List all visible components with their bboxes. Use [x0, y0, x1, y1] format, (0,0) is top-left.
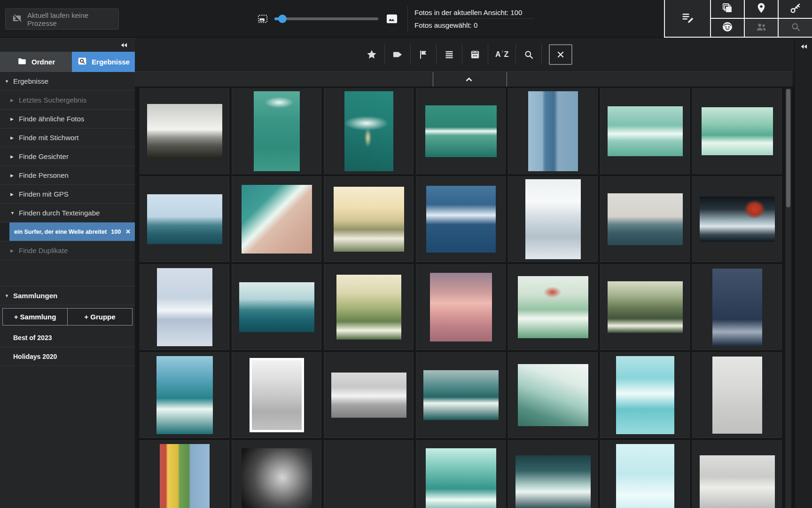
toolbar-divider	[462, 44, 462, 65]
chevron-right-icon[interactable]: ▶	[10, 173, 19, 178]
tab-ergebnisse[interactable]: Ergebnisse	[72, 52, 135, 72]
thumbnail-size-slider-handle[interactable]	[278, 15, 287, 23]
small-thumbnails-icon	[257, 13, 269, 27]
grid-scrollbar-thumb[interactable]	[786, 89, 790, 207]
collection-item[interactable]: Best of 2023	[0, 328, 135, 347]
no-process-icon	[12, 13, 22, 25]
tree-item-finden-durch-texteingabe[interactable]: ▼Finden durch Texteingabe	[0, 204, 135, 222]
chevron-right-icon[interactable]: ▶	[10, 248, 19, 253]
tab-ordner-label: Ordner	[31, 58, 55, 66]
photo-thumbnail-white-foam-aerial[interactable]	[525, 179, 581, 259]
photo-thumbnail-pale-sky-dark-wave[interactable]	[147, 194, 222, 244]
expand-right-panel-icon[interactable]	[799, 42, 808, 53]
close-icon[interactable]: ✕	[125, 228, 131, 235]
grid-cell	[508, 352, 598, 438]
photo-thumbnail-pale-bw-sea-surfer[interactable]	[712, 357, 762, 434]
chevron-right-icon[interactable]: ▶	[10, 135, 19, 140]
photo-thumbnail-bw-foam-surfer[interactable]	[331, 373, 406, 418]
photo-thumbnail-pale-sky-small-surfer[interactable]	[608, 193, 683, 245]
photo-thumbnail-bw-small-waves[interactable]	[700, 455, 775, 508]
photo-thumbnail-surfer-jump-red-board[interactable]	[518, 276, 588, 338]
photo-thumbnail-teal-barrel-wave[interactable]	[426, 448, 496, 508]
photo-thumbnail-bright-aqua-aerial[interactable]	[616, 356, 674, 434]
photo-thumbnail-green-brown-curling-wave[interactable]	[608, 281, 683, 333]
grid-cell	[508, 264, 598, 350]
query-body[interactable]: ein Surfer, der eine Welle abreitet100✕	[9, 222, 135, 241]
flag-filter-button[interactable]	[418, 49, 429, 60]
close-filter-button[interactable]	[549, 44, 572, 65]
duplicates-button[interactable]	[711, 0, 744, 18]
tree-item-finde-duplikate[interactable]: ▶Finde Duplikate	[0, 241, 135, 260]
photo-thumbnail-golden-green-aerial-surfer[interactable]	[336, 275, 401, 340]
photo-thumbnail-deep-blue-waves[interactable]	[426, 186, 496, 253]
photo-thumbnail-dark-bw-barrel[interactable]	[242, 448, 312, 508]
tree-item-label: Finde Duplikate	[19, 246, 68, 254]
photo-thumbnail-pink-sunset-sea[interactable]	[430, 273, 492, 341]
chevron-right-icon[interactable]: ▶	[10, 98, 19, 103]
photo-thumbnail-surfer-wave-crest[interactable]	[702, 107, 773, 155]
grid-cell	[324, 352, 414, 438]
photo-thumbnail-pale-aqua-aerial[interactable]	[616, 444, 674, 508]
tab-ordner[interactable]: Ordner	[0, 52, 72, 72]
search-query-item[interactable]: ein Surfer, der eine Welle abreitet100✕	[0, 222, 135, 241]
keywords-button[interactable]	[779, 0, 812, 18]
search-photos-button	[779, 19, 812, 37]
tree-item-finde-gesichter[interactable]: ▶Finde Gesichter	[0, 147, 135, 166]
photo-thumbnail-aerial-beach-diagonal[interactable]	[242, 185, 312, 254]
faces-button[interactable]	[711, 19, 744, 37]
tree-item-finde-mit-stichwort[interactable]: ▶Finde mit Stichwort	[0, 128, 135, 147]
search-filter-button[interactable]	[523, 49, 534, 60]
sidebar-collapse-row	[0, 38, 135, 52]
photo-thumbnail-pale-blue-surfer[interactable]	[157, 268, 212, 346]
photo-thumbnail-teal-aerial-swimmer[interactable]	[254, 91, 300, 171]
tree-item-label: Finde ähnliche Fotos	[19, 115, 84, 123]
photo-thumbnail-surfer-small-teal-wave[interactable]	[608, 106, 683, 156]
sort-az-button[interactable]: A↑Z	[495, 49, 508, 60]
photo-thumbnail-teal-wave-line[interactable]	[425, 105, 497, 157]
grid-cell	[232, 264, 321, 350]
photo-thumbnail-teal-wave-silhouette[interactable]	[239, 282, 314, 332]
calendar-filter-button[interactable]	[469, 49, 481, 60]
photo-thumbnail-teal-aerial-surfboard[interactable]	[344, 91, 393, 171]
photo-thumbnail-aerial-sand-teal[interactable]	[334, 448, 404, 508]
grid-cell	[692, 176, 782, 262]
photo-thumbnail-dark-teal-rolling-wave[interactable]	[423, 370, 499, 420]
grid-scrollbar[interactable]	[785, 88, 791, 508]
chevron-right-icon[interactable]: ▶	[10, 192, 19, 197]
add-group-button[interactable]: + Gruppe	[67, 309, 132, 325]
right-panel-collapsed	[794, 38, 812, 508]
tag-filter-button[interactable]	[392, 49, 403, 60]
tree-item-finden-mit-gps[interactable]: ▶Finden mit GPS	[0, 185, 135, 204]
tree-item-finde-personen[interactable]: ▶Finde Personen	[0, 166, 135, 185]
tree-item-letztes-suchergebnis[interactable]: ▶Letztes Suchergebnis	[0, 91, 135, 110]
status-badge: Aktuell laufen keine Prozesse	[5, 8, 119, 30]
collection-item[interactable]: Holidays 2020	[0, 347, 135, 366]
chevron-right-icon[interactable]: ▶	[10, 154, 19, 159]
photo-thumbnail-rainbow-surfboard-man[interactable]	[160, 444, 210, 508]
map-button[interactable]	[745, 0, 778, 18]
thumbnail-size-slider[interactable]	[274, 17, 378, 20]
chevron-down-icon[interactable]: ▼	[5, 79, 13, 84]
photo-thumbnail-bw-beach-surfer-framed[interactable]	[250, 358, 304, 432]
star-filter-button[interactable]	[366, 49, 377, 60]
grid-cell	[324, 440, 414, 508]
photo-thumbnail-cutback-white-spray[interactable]	[518, 364, 588, 426]
photo-thumbnail-stormy-wave-red-sail[interactable]	[700, 197, 775, 242]
collapse-sidebar-icon[interactable]	[119, 40, 128, 52]
tree-item-finde-hnliche-fotos[interactable]: ▶Finde ähnliche Fotos	[0, 110, 135, 128]
edit-metadata-button[interactable]	[665, 0, 710, 37]
photo-thumbnail-stormy-teal-surfer[interactable]	[515, 455, 591, 508]
photo-thumbnail-surfer-holding-blue-board[interactable]	[528, 91, 578, 171]
add-collection-button[interactable]: + Sammlung	[3, 309, 67, 325]
chevron-down-icon[interactable]: ▼	[10, 211, 19, 215]
collapse-group-button[interactable]	[463, 74, 476, 85]
chevron-right-icon[interactable]: ▶	[10, 117, 19, 121]
tree-item-ergebnisse[interactable]: ▼Ergebnisse	[0, 72, 135, 91]
photo-thumbnail-navy-aerial-surfer[interactable]	[712, 269, 762, 346]
grid-cell	[416, 88, 506, 174]
photo-thumbnail-teal-barrel-surfer[interactable]	[156, 356, 213, 434]
photo-thumbnail-golden-hour-cutback[interactable]	[334, 187, 404, 252]
photo-thumbnail-bw-crashing-wave[interactable]	[147, 104, 222, 159]
list-view-button[interactable]	[444, 49, 455, 60]
collections-header[interactable]: ▼ Sammlungen	[0, 286, 135, 305]
